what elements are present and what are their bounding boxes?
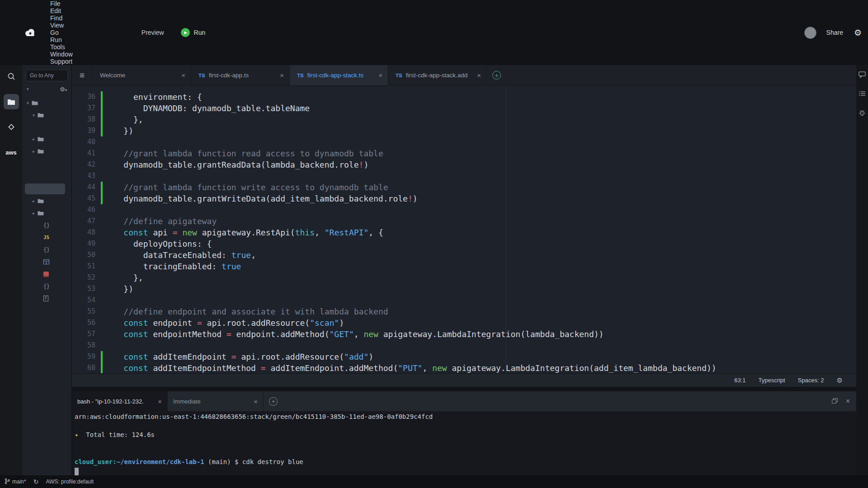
menu-tools[interactable]: Tools <box>45 43 78 51</box>
main-area: aws ▾ ⚙▾ ▾▾▸▸▸▸{}JS{}{}F ≡ Welcome×TSfir… <box>0 65 868 475</box>
menu-bar: FileEditFindViewGoRunToolsWindowSupport <box>45 0 78 65</box>
tree-item[interactable]: ▾ <box>22 97 71 109</box>
close-panel-icon[interactable]: × <box>846 397 850 405</box>
panel-outline-icon[interactable] <box>859 91 866 96</box>
tree-item[interactable]: ▸ <box>22 133 71 145</box>
terminal-line <box>75 439 856 448</box>
panel-collaborate-icon[interactable] <box>859 71 866 78</box>
activity-files-icon[interactable] <box>4 94 19 109</box>
tab-label: first-cdk-app.ts <box>209 72 249 79</box>
code-line: 59 const addItemEndpoint = api.root.addR… <box>72 351 856 362</box>
tab-close-icon[interactable]: × <box>477 71 481 79</box>
preview-button[interactable]: Preview <box>137 29 169 36</box>
editor-tab-first-cdk-app-ts[interactable]: TSfirst-cdk-app.ts× <box>191 65 290 85</box>
editor-tab-first-cdk-app-stack-ts[interactable]: TSfirst-cdk-app-stack.ts× <box>290 65 388 85</box>
git-branch-status[interactable]: main* <box>5 478 26 486</box>
terminal-tabbar: bash - "ip-10-192-11-232.×Immediate× + × <box>72 391 856 411</box>
code-line: 39 }) <box>72 125 856 136</box>
code-text: tracingEnabled: true <box>103 261 241 272</box>
goto-anything-input[interactable] <box>26 70 68 81</box>
tree-item[interactable] <box>22 268 71 280</box>
editor-terminal-column: ≡ Welcome×TSfirst-cdk-app.ts×TSfirst-cdk… <box>72 65 856 475</box>
editor-tab-welcome[interactable]: Welcome× <box>93 65 191 85</box>
chevron-down-icon: ▾ <box>31 113 37 117</box>
panel-debugger-icon[interactable] <box>859 109 866 116</box>
tab-menu-icon[interactable]: ≡ <box>72 65 93 85</box>
preferences-gear-icon[interactable]: ⚙ <box>854 28 862 38</box>
avatar[interactable] <box>804 27 816 39</box>
editor-tab-first-cdk-app-stack-add[interactable]: TSfirst-cdk-app-stack.add× <box>388 65 487 85</box>
line-number: 38 <box>72 114 95 125</box>
refresh-icon[interactable]: ↻ <box>33 478 39 485</box>
tab-close-icon[interactable]: × <box>378 71 382 79</box>
tree-item[interactable]: JS <box>22 231 71 244</box>
code-line: 47 //define apigateway <box>72 216 856 227</box>
tab-close-icon[interactable]: × <box>254 398 258 405</box>
tree-item[interactable]: ▸ <box>22 195 71 207</box>
editor-statusbar: 63:1 Typescript Spaces: 2 ⚙ <box>72 373 856 387</box>
code-editor[interactable]: 36 environment: {37 DYNAMODB: dynamodb_t… <box>72 86 856 373</box>
panel-resize-handle[interactable] <box>72 387 856 391</box>
line-number: 51 <box>72 261 95 272</box>
right-panel-bar <box>856 65 868 475</box>
share-button[interactable]: Share <box>826 29 843 36</box>
menu-file[interactable]: File <box>45 0 78 7</box>
chevron-down-icon[interactable]: ▾ <box>27 87 29 91</box>
json-file-icon: {} <box>43 247 50 253</box>
menu-view[interactable]: View <box>45 22 78 29</box>
tree-item[interactable]: ▸ <box>22 207 71 219</box>
activity-git-icon[interactable] <box>4 119 19 135</box>
indent-setting[interactable]: Spaces: 2 <box>798 377 824 384</box>
line-number: 36 <box>72 91 95 103</box>
menu-find[interactable]: Find <box>45 14 78 22</box>
code-line: 37 DYNAMODB: dynamodb_table.tableName <box>72 103 856 114</box>
tree-item[interactable]: {} <box>22 244 71 256</box>
menu-window[interactable]: Window <box>45 51 78 58</box>
terminal-line <box>75 448 856 457</box>
file-icon: F <box>43 296 48 301</box>
menu-support[interactable]: Support <box>45 58 78 65</box>
typescript-file-icon: TS <box>297 73 304 78</box>
code-line: 53 }) <box>72 283 856 295</box>
tree-item[interactable]: ▸ <box>22 145 71 157</box>
terminal[interactable]: arn:aws:cloudformation:us-east-1:4468286… <box>72 411 856 475</box>
cursor-position[interactable]: 63:1 <box>734 377 745 384</box>
terminal-tab-bash-ip-10-192-11-232-[interactable]: bash - "ip-10-192-11-232.× <box>72 391 168 411</box>
tree-item[interactable] <box>22 256 71 268</box>
code-line: 54 <box>72 295 856 306</box>
run-button[interactable]: ▶ Run <box>181 28 206 37</box>
menu-edit[interactable]: Edit <box>45 7 78 14</box>
editor-tabbar: ≡ Welcome×TSfirst-cdk-app.ts×TSfirst-cdk… <box>72 65 856 86</box>
language-mode[interactable]: Typescript <box>758 377 785 384</box>
git-branch-icon <box>5 478 10 486</box>
cloud9-logo-icon[interactable] <box>24 29 36 36</box>
code-line: 56 const endpoint = api.root.addResource… <box>72 317 856 328</box>
chevron-right-icon: ▸ <box>31 199 37 203</box>
menu-run[interactable]: Run <box>45 36 78 43</box>
aws-profile-status[interactable]: AWS: profile:default <box>46 479 94 485</box>
menu-go[interactable]: Go <box>45 29 78 36</box>
table-file-icon <box>43 259 49 264</box>
new-terminal-tab-button[interactable]: + <box>269 397 278 406</box>
tree-settings-gear-icon[interactable]: ⚙▾ <box>60 86 67 93</box>
tree-item[interactable]: F <box>22 292 71 305</box>
tree-item[interactable]: {} <box>22 280 71 292</box>
split-panel-icon[interactable] <box>832 397 838 405</box>
tab-label: first-cdk-app-stack.add <box>406 72 468 79</box>
terminal-tab-immediate[interactable]: Immediate× <box>168 391 264 411</box>
file-tree-panel: ▾ ⚙▾ ▾▾▸▸▸▸{}JS{}{}F <box>22 65 72 475</box>
aws-logo[interactable]: aws <box>4 145 19 160</box>
tab-close-icon[interactable]: × <box>181 71 185 79</box>
tree-item[interactable]: ▾ <box>22 109 71 121</box>
tab-close-icon[interactable]: × <box>158 398 162 405</box>
code-lines: 36 environment: {37 DYNAMODB: dynamodb_t… <box>72 86 856 373</box>
tree-item-selected[interactable] <box>25 183 65 194</box>
activity-search-icon[interactable] <box>4 69 19 84</box>
new-editor-tab-button[interactable]: + <box>492 71 501 80</box>
tab-close-icon[interactable]: × <box>280 71 284 79</box>
editor-settings-gear-icon[interactable]: ⚙ <box>837 376 843 385</box>
tree-item[interactable]: {} <box>22 219 71 231</box>
code-text: const addItemEndpointMethod = addItemEnd… <box>103 362 717 373</box>
terminal-tabs: bash - "ip-10-192-11-232.×Immediate× <box>72 391 264 411</box>
line-number: 49 <box>72 238 95 249</box>
